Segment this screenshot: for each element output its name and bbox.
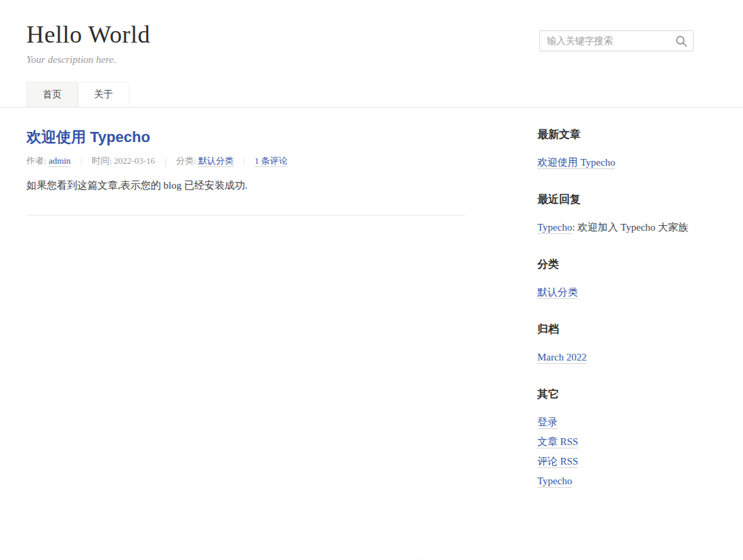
widget-archives: 归档 March 2022	[537, 323, 694, 367]
recent-comments-list: Typecho: 欢迎加入 Typecho 大家族	[537, 218, 694, 237]
site-branding: Hello World Your description here.	[26, 20, 150, 66]
meta-separator: |	[164, 156, 166, 166]
comments-rss-link[interactable]: 评论 RSS	[537, 456, 578, 468]
search-form	[539, 30, 694, 51]
post-meta: 作者: admin | 时间: 2022-03-16 | 分类: 默认分类 | …	[26, 154, 465, 168]
list-item: 文章 RSS	[537, 432, 694, 452]
site-header: Hello World Your description here.	[26, 0, 694, 66]
widget-misc: 其它 登录 文章 RSS 评论 RSS Typecho	[537, 388, 694, 491]
list-item: 评论 RSS	[537, 452, 694, 471]
widget-recent-comments: 最近回复 Typecho: 欢迎加入 Typecho 大家族	[537, 193, 694, 237]
search-icon[interactable]	[675, 35, 688, 47]
recent-posts-list: 欢迎使用 Typecho	[537, 153, 694, 172]
post-category-label: 分类:	[176, 156, 198, 166]
sidebar-section-title: 分类	[537, 258, 694, 272]
list-item: 登录	[537, 413, 694, 432]
list-item: 欢迎使用 Typecho	[537, 153, 694, 172]
list-item: March 2022	[537, 348, 694, 367]
post-title-link[interactable]: 欢迎使用 Typecho	[26, 129, 150, 145]
post-divider	[26, 215, 465, 216]
widget-categories: 分类 默认分类	[537, 258, 694, 302]
site-description: Your description here.	[26, 54, 150, 66]
nav-tabs: 首页 关于	[26, 82, 694, 107]
post-title: 欢迎使用 Typecho	[26, 128, 465, 147]
post-author-link[interactable]: admin	[49, 156, 71, 167]
site-title-link[interactable]: Hello World	[26, 21, 150, 48]
categories-list: 默认分类	[537, 283, 694, 302]
post-author-label: 作者:	[26, 156, 49, 166]
sidebar: 最新文章 欢迎使用 Typecho 最近回复 Typecho: 欢迎加入 Typ…	[537, 128, 694, 511]
nav-tab-home[interactable]: 首页	[26, 82, 78, 107]
meta-separator: |	[243, 156, 245, 166]
nav-tab-about[interactable]: 关于	[78, 82, 129, 107]
typecho-link[interactable]: Typecho	[537, 475, 572, 488]
login-link[interactable]: 登录	[537, 417, 558, 429]
post-category-link[interactable]: 默认分类	[198, 156, 233, 167]
category-link[interactable]: 默认分类	[537, 287, 578, 299]
meta-separator: |	[81, 156, 83, 166]
sidebar-section-title: 其它	[537, 388, 694, 402]
main-content: 欢迎使用 Typecho 作者: admin | 时间: 2022-03-16 …	[26, 128, 694, 511]
list-item: 默认分类	[537, 283, 694, 302]
content-column: 欢迎使用 Typecho 作者: admin | 时间: 2022-03-16 …	[26, 128, 465, 511]
post-comments-link[interactable]: 1 条评论	[254, 156, 288, 167]
post-date: 2022-03-16	[114, 156, 155, 166]
sidebar-section-title: 最新文章	[537, 128, 694, 142]
sidebar-section-title: 归档	[537, 323, 694, 337]
sidebar-section-title: 最近回复	[537, 193, 694, 207]
recent-comment-text: : 欢迎加入 Typecho 大家族	[572, 222, 688, 233]
site-title: Hello World	[26, 20, 150, 49]
archive-link[interactable]: March 2022	[537, 352, 587, 364]
post-time-label: 时间:	[91, 156, 114, 166]
main-nav: 首页 关于	[0, 82, 743, 108]
search-input[interactable]	[539, 30, 694, 51]
site-footer: © 2022 Hello World. 由 Typecho 强力驱动.	[26, 511, 694, 560]
widget-recent-posts: 最新文章 欢迎使用 Typecho	[537, 128, 694, 172]
post: 欢迎使用 Typecho 作者: admin | 时间: 2022-03-16 …	[26, 128, 465, 216]
list-item: Typecho: 欢迎加入 Typecho 大家族	[537, 218, 694, 237]
recent-comment-author-link[interactable]: Typecho	[537, 222, 572, 234]
posts-rss-link[interactable]: 文章 RSS	[537, 436, 578, 448]
recent-post-link[interactable]: 欢迎使用 Typecho	[537, 157, 615, 169]
archives-list: March 2022	[537, 348, 694, 367]
misc-list: 登录 文章 RSS 评论 RSS Typecho	[537, 413, 694, 491]
list-item: Typecho	[537, 471, 694, 491]
post-body: 如果您看到这篇文章,表示您的 blog 已经安装成功.	[26, 178, 465, 193]
